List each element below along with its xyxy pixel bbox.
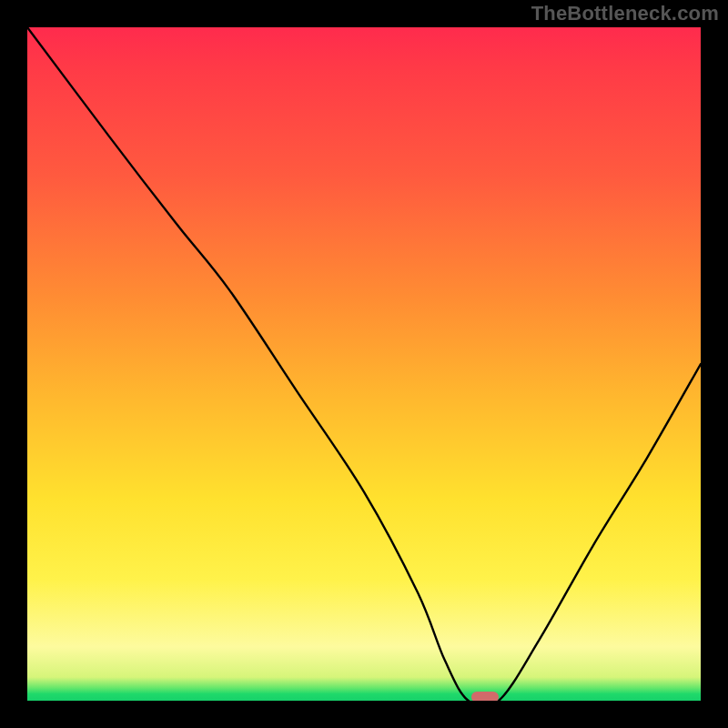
plot-area [27,27,701,701]
optimal-marker [471,692,499,701]
watermark-text: TheBottleneck.com [531,2,719,25]
chart-frame: TheBottleneck.com [0,0,728,728]
bottleneck-curve-path [27,27,701,701]
curve-layer [27,27,701,701]
